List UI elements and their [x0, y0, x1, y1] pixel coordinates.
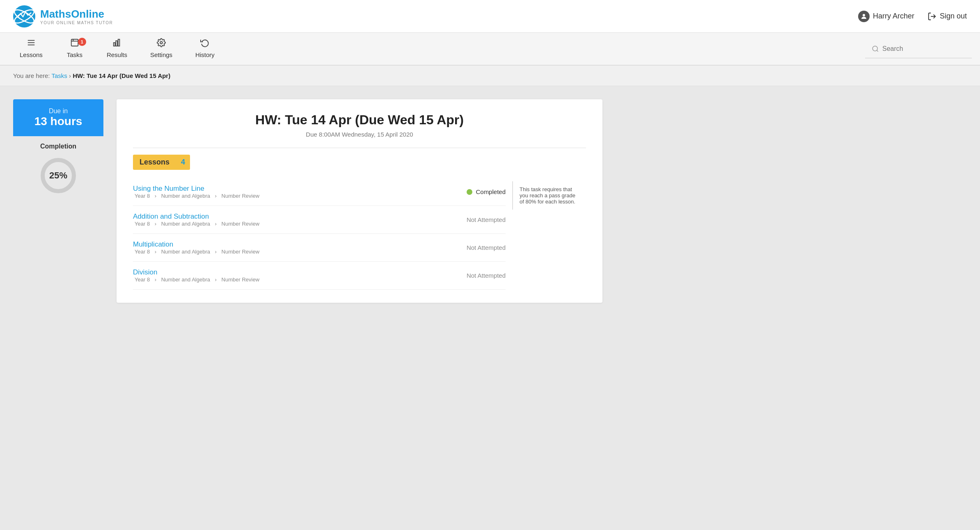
lesson-year: Year 8 — [135, 276, 150, 283]
lessons-section: Using the Number Line Year 8 › Number an… — [133, 178, 586, 290]
lesson-separator-1: › — [155, 193, 156, 199]
lesson-name[interactable]: Addition and Subtraction — [133, 212, 209, 220]
svg-rect-13 — [118, 39, 120, 46]
lesson-status: Not Attempted — [444, 244, 506, 251]
lessons-label: Lessons — [133, 155, 176, 170]
lesson-name[interactable]: Division — [133, 268, 158, 276]
title-divider — [133, 148, 586, 148]
nav-item-lessons[interactable]: Lessons — [8, 33, 54, 65]
nav-item-results[interactable]: Results — [95, 33, 139, 65]
lesson-info: Addition and Subtraction Year 8 › Number… — [133, 212, 261, 227]
svg-line-16 — [877, 50, 878, 51]
svg-point-14 — [160, 41, 163, 44]
user-info: Harry Archer — [858, 11, 914, 22]
lesson-year: Year 8 — [135, 221, 150, 227]
lesson-path: Year 8 › Number and Algebra › Number Rev… — [133, 193, 261, 199]
svg-point-0 — [13, 5, 35, 27]
history-icon — [200, 38, 209, 50]
lesson-status-text: Completed — [476, 188, 506, 195]
navbar: Lessons Tasks 1 Results Settings History — [0, 33, 980, 66]
lesson-info: Multiplication Year 8 › Number and Algeb… — [133, 240, 261, 255]
lesson-path: Year 8 › Number and Algebra › Number Rev… — [133, 276, 261, 283]
lesson-name[interactable]: Using the Number Line — [133, 185, 204, 192]
nav-spacer — [226, 33, 865, 65]
logo-title: MathsOnline — [40, 8, 113, 21]
lesson-year: Year 8 — [135, 249, 150, 255]
svg-point-15 — [872, 46, 877, 51]
lesson-topic: Number Review — [222, 221, 259, 227]
header: MathsOnline YOUR ONLINE MATHS TUTOR Harr… — [0, 0, 980, 33]
task-title: HW: Tue 14 Apr (Due Wed 15 Apr) — [133, 112, 586, 128]
signout-label: Sign out — [940, 12, 967, 21]
breadcrumb: You are here: Tasks › HW: Tue 14 Apr (Du… — [0, 66, 980, 86]
tasks-nav-label: Tasks — [67, 51, 82, 58]
due-box: Due in 13 hours — [13, 99, 103, 136]
donut-container: 25% — [20, 155, 97, 196]
status-dot — [467, 189, 472, 195]
svg-point-3 — [863, 14, 865, 16]
search-input[interactable] — [882, 45, 964, 53]
lesson-subject: Number and Algebra — [161, 249, 210, 255]
due-label: Due in — [20, 107, 97, 115]
user-name: Harry Archer — [873, 12, 914, 21]
completion-label: Completion — [20, 143, 97, 150]
history-nav-label: History — [195, 51, 215, 58]
lesson-separator-1: › — [155, 221, 156, 227]
lessons-nav-label: Lessons — [20, 51, 43, 58]
lesson-status-text: Not Attempted — [467, 216, 506, 223]
settings-icon — [157, 38, 166, 50]
lesson-info: Using the Number Line Year 8 › Number an… — [133, 185, 261, 199]
logo-icon — [13, 5, 35, 27]
lesson-path: Year 8 › Number and Algebra › Number Rev… — [133, 249, 261, 255]
logo-text: MathsOnline YOUR ONLINE MATHS TUTOR — [40, 8, 113, 25]
tasks-icon — [70, 38, 79, 50]
nav-item-history[interactable]: History — [184, 33, 226, 65]
completion-percent: 25% — [49, 170, 67, 181]
lesson-row: Addition and Subtraction Year 8 › Number… — [133, 206, 506, 234]
lesson-status-text: Not Attempted — [467, 244, 506, 251]
lesson-year: Year 8 — [135, 193, 150, 199]
nav-item-settings[interactable]: Settings — [139, 33, 184, 65]
lesson-row: Using the Number Line Year 8 › Number an… — [133, 178, 506, 206]
logo-black: Maths — [40, 8, 71, 20]
header-right: Harry Archer Sign out — [858, 11, 967, 22]
breadcrumb-separator: › — [69, 72, 73, 79]
lesson-row: Division Year 8 › Number and Algebra › N… — [133, 262, 506, 290]
lesson-subject: Number and Algebra — [161, 221, 210, 227]
lesson-separator-2: › — [215, 276, 217, 283]
lesson-topic: Number Review — [222, 276, 259, 283]
lesson-status: Not Attempted — [444, 272, 506, 279]
lesson-status: Not Attempted — [444, 216, 506, 223]
lesson-separator-1: › — [155, 249, 156, 255]
signout-button[interactable]: Sign out — [927, 12, 967, 21]
task-due-line: Due 8:00AM Wednesday, 15 April 2020 — [133, 131, 586, 138]
lesson-name[interactable]: Multiplication — [133, 240, 173, 248]
logo-blue: Online — [71, 8, 104, 20]
task-note: This task requires that you reach a pass… — [512, 181, 586, 210]
svg-rect-12 — [116, 41, 117, 46]
lessons-icon — [27, 38, 36, 50]
nav-item-tasks[interactable]: Tasks 1 — [54, 33, 95, 65]
signout-icon — [927, 12, 936, 21]
results-icon — [112, 38, 121, 50]
lesson-topic: Number Review — [222, 249, 259, 255]
lessons-count: 4 — [176, 155, 190, 170]
lesson-subject: Number and Algebra — [161, 193, 210, 199]
search-area[interactable] — [865, 39, 972, 58]
lesson-topic: Number Review — [222, 193, 259, 199]
lesson-row: Multiplication Year 8 › Number and Algeb… — [133, 234, 506, 262]
lesson-info: Division Year 8 › Number and Algebra › N… — [133, 268, 261, 283]
svg-rect-11 — [114, 43, 115, 46]
sidebar: Due in 13 hours Completion 25% — [13, 99, 103, 303]
lesson-status: Completed — [444, 188, 506, 195]
lesson-status-text: Not Attempted — [467, 272, 506, 279]
settings-nav-label: Settings — [150, 51, 172, 58]
lesson-separator-2: › — [215, 221, 217, 227]
breadcrumb-tasks-link[interactable]: Tasks — [51, 72, 67, 79]
lesson-subject: Number and Algebra — [161, 276, 210, 283]
tasks-badge: 1 — [78, 38, 86, 46]
completion-box: Completion 25% — [13, 136, 103, 206]
results-nav-label: Results — [107, 51, 127, 58]
due-value: 13 hours — [20, 115, 97, 128]
main-content: Due in 13 hours Completion 25% — [0, 86, 616, 316]
